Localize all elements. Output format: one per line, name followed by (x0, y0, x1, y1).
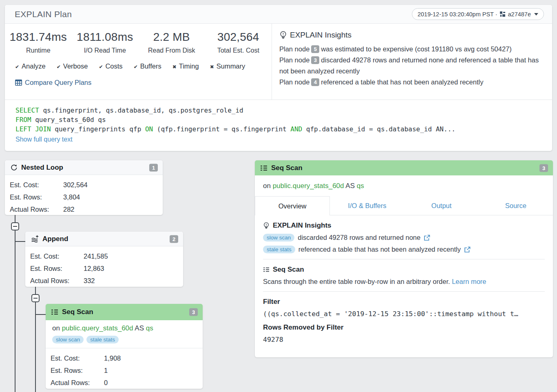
plan-snapshot-selector[interactable]: 2019-12-15 03:20:40pm PST · a27487e (412, 8, 544, 20)
plan-node-card-seq-scan[interactable]: Seq Scan 3 on public.query_stats_60d AS … (46, 304, 203, 389)
plan-summary: 1831.74ms Runtime 1811.08ms I/O Read Tim… (5, 24, 272, 100)
explain-plan-panel: EXPLAIN Plan 2019-12-15 03:20:40pm PST ·… (5, 5, 552, 151)
collapse-node-toggle[interactable] (31, 294, 40, 302)
detail-insight-item: stale stats referenced a table that has … (263, 246, 545, 253)
flag-costs: ✔Costs (99, 62, 122, 70)
caret-down-icon (534, 13, 538, 16)
show-full-query-link[interactable]: Show full query text (15, 136, 73, 143)
x-icon: ✖ (210, 64, 214, 70)
plan-node-badge[interactable]: 3 (311, 56, 319, 64)
flag-verbose: ✔Verbose (57, 62, 88, 70)
check-icon: ✔ (57, 64, 61, 70)
compare-row: Compare Query Plans (5, 79, 272, 87)
summary-and-insights: 1831.74ms Runtime 1811.08ms I/O Read Tim… (5, 24, 552, 100)
nested-loop-icon (10, 164, 18, 171)
node-type-description: Scans through the entire table row-by-ro… (263, 278, 545, 286)
lightbulb-icon (263, 222, 270, 230)
plan-node-card-nested-loop[interactable]: Nested Loop 1 Est. Cost:302,564 Est. Row… (5, 160, 163, 215)
detail-tabs: Overview I/O & Buffers Output Source (255, 196, 553, 215)
rows-removed-value: 49278 (263, 336, 545, 343)
node-number-badge: 3 (189, 308, 198, 316)
learn-more-link[interactable]: Learn more (452, 278, 486, 285)
node-type-title: Seq Scan (263, 266, 545, 274)
node-body: Est. Cost:1,908 Est. Rows:1 Actual Rows:… (46, 348, 203, 389)
node-table-block: on public.query_stats_60d AS qs slow sca… (46, 320, 203, 348)
stat-runtime: 1831.74ms Runtime (5, 31, 72, 54)
node-body: Est. Cost:241,585 Est. Rows:12,863 Actua… (25, 246, 183, 287)
check-icon: ✔ (99, 64, 103, 70)
plan-node-badge[interactable]: 5 (311, 45, 319, 53)
insights-title: EXPLAIN Insights (279, 31, 543, 40)
seq-scan-icon (263, 267, 270, 272)
tab-output[interactable]: Output (404, 196, 479, 215)
tree-line-vertical (35, 287, 36, 392)
tab-io-buffers[interactable]: I/O & Buffers (330, 196, 404, 215)
tree-line-horizontal (35, 314, 46, 315)
node-stat-row: Est. Cost:1,908 (51, 352, 203, 364)
flag-buffers: ✔Buffers (134, 62, 161, 70)
collapse-node-toggle[interactable] (11, 222, 19, 230)
filter-heading: Filter (263, 298, 545, 306)
insights-title: EXPLAIN Insights (263, 221, 545, 230)
node-header: Seq Scan 3 (46, 304, 203, 320)
sql-line: LEFT JOIN query_fingerprints qfp ON (qfp… (15, 124, 544, 134)
lightbulb-icon (279, 31, 287, 40)
flag-analyze: ✔Analyze (15, 62, 46, 70)
flag-summary: ✖Summary (210, 62, 245, 70)
node-stat-row: Est. Rows:12,863 (30, 262, 183, 275)
explain-flags: ✔Analyze ✔Verbose ✔Costs ✔Buffers ✖Timin… (5, 62, 272, 70)
plan-node-card-append[interactable]: Append 2 Est. Cost:241,585 Est. Rows:12,… (25, 232, 183, 287)
detail-insight-item: slow scan discarded 49278 rows and retur… (263, 234, 545, 241)
plan-node-badge[interactable]: 4 (311, 78, 319, 86)
tag-stale-stats: stale stats (86, 336, 119, 343)
snapshot-timestamp: 2019-12-15 03:20:40pm PST · (418, 11, 497, 18)
external-link-icon[interactable] (464, 246, 471, 253)
tag-stale-stats: stale stats (263, 246, 295, 253)
seq-scan-icon (51, 309, 58, 315)
node-stat-row: Actual Rows:0 (51, 376, 203, 389)
insight-item: Plan node5was estimated to be expensive … (279, 44, 543, 55)
node-header: Append 2 (25, 232, 183, 246)
alias-link[interactable]: qs (146, 324, 153, 332)
alias-link[interactable]: qs (357, 182, 364, 190)
append-icon (31, 235, 39, 243)
explain-plan-page: EXPLAIN Plan 2019-12-15 03:20:40pm PST ·… (0, 0, 557, 392)
insight-item: Plan node3discarded 49278 rows and retur… (279, 55, 543, 77)
filter-expression: ((qs.collected_at = '2019-12-15 23:15:00… (263, 310, 545, 318)
detail-table-line: on public.query_stats_60d AS qs (255, 175, 553, 196)
tab-overview[interactable]: Overview (255, 196, 330, 215)
node-number-badge: 3 (539, 164, 548, 172)
node-header: Nested Loop 1 (5, 160, 163, 175)
node-stat-row: Actual Rows:332 (30, 275, 183, 287)
node-tags: slow scan stale stats (52, 336, 196, 343)
detail-insights-section: EXPLAIN Insights slow scan discarded 492… (263, 215, 545, 259)
check-icon: ✔ (15, 64, 19, 70)
tree-line-horizontal (15, 241, 26, 242)
plan-fingerprint-icon (500, 11, 506, 17)
node-stat-row: Est. Cost:302,564 (10, 179, 163, 191)
tag-slow-scan: slow scan (52, 336, 84, 343)
sql-line: SELECT qs.fingerprint, qs.database_id, q… (15, 106, 544, 115)
stat-io-read-time: 1811.08ms I/O Read Time (72, 31, 139, 54)
minus-icon (13, 226, 17, 227)
external-link-icon[interactable] (424, 235, 430, 241)
node-stat-row: Est. Rows:1 (51, 364, 203, 376)
snapshot-fingerprint: a27487e (508, 11, 531, 18)
node-type-info-section: Seq Scan Scans through the entire table … (263, 259, 545, 292)
detail-header: Seq Scan 3 (255, 160, 553, 175)
table-link[interactable]: public.query_stats_60d (273, 182, 344, 190)
node-table-line: on public.query_stats_60d AS qs (52, 324, 196, 332)
compare-query-plans-link[interactable]: Compare Query Plans (15, 79, 91, 86)
sql-line: FROM query_stats_60d qs (15, 115, 544, 124)
insights-list: Plan node5was estimated to be expensive … (279, 44, 543, 88)
node-body: Est. Cost:302,564 Est. Rows:3,804 Actual… (5, 175, 163, 215)
explain-insights-panel: EXPLAIN Insights Plan node5was estimated… (272, 24, 552, 100)
tag-slow-scan: slow scan (263, 234, 294, 241)
filter-section: Filter ((qs.collected_at = '2019-12-15 2… (263, 292, 545, 349)
flag-timing: ✖Timing (172, 62, 199, 70)
tab-source[interactable]: Source (479, 196, 553, 215)
node-number-badge: 2 (170, 235, 178, 243)
page-title: EXPLAIN Plan (15, 9, 72, 19)
table-link[interactable]: public.query_stats_60d (62, 324, 133, 332)
node-stat-row: Est. Cost:241,585 (30, 250, 183, 262)
